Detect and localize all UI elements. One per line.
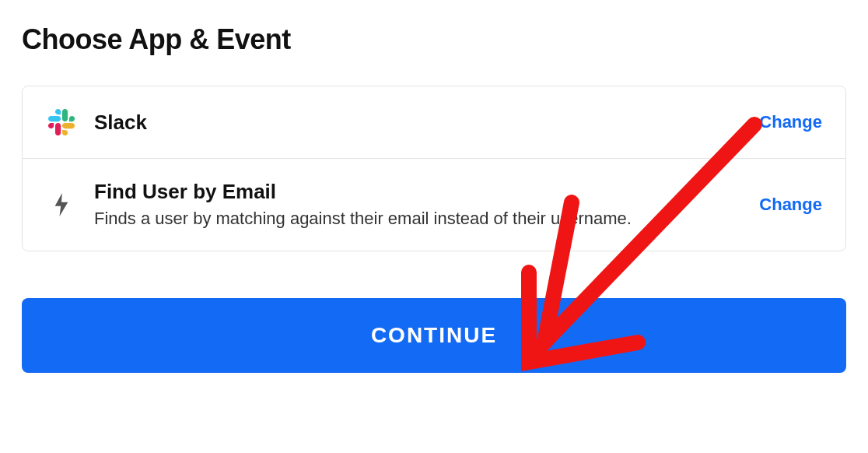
event-title: Find User by Email xyxy=(94,179,742,205)
continue-button[interactable]: CONTINUE xyxy=(22,298,846,373)
page-title: Choose App & Event xyxy=(22,23,846,56)
change-app-link[interactable]: Change xyxy=(759,112,822,132)
change-event-link[interactable]: Change xyxy=(759,195,822,215)
bolt-icon xyxy=(46,189,77,220)
event-description: Finds a user by matching against their e… xyxy=(94,206,742,231)
app-name: Slack xyxy=(94,110,742,135)
app-row: Slack Change xyxy=(23,86,845,158)
app-event-card: Slack Change Find User by Email Finds a … xyxy=(22,86,846,251)
event-row: Find User by Email Finds a user by match… xyxy=(23,158,845,251)
slack-icon xyxy=(46,107,77,138)
